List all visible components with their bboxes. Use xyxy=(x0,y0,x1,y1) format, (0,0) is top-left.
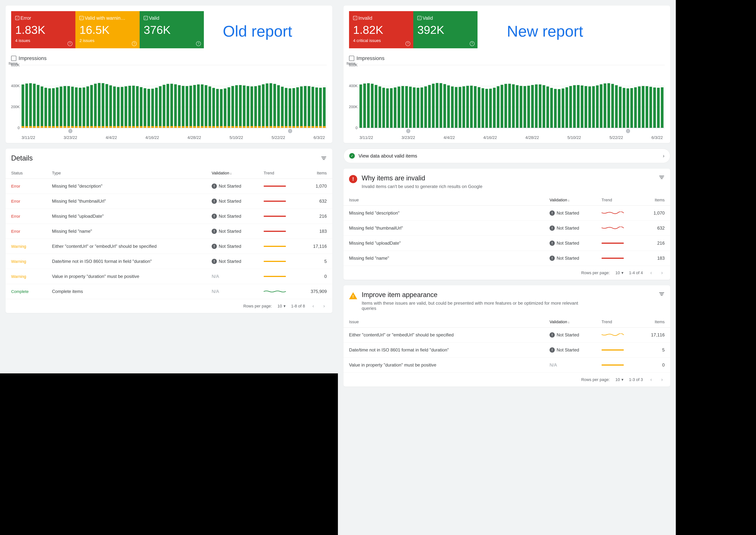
svg-rect-187 xyxy=(382,88,385,128)
svg-rect-85 xyxy=(167,126,169,128)
col-items[interactable]: Items xyxy=(640,195,670,206)
table-row[interactable]: Missing field "name" !Not Started 183 xyxy=(343,251,670,266)
view-valid-link[interactable]: ✓ View data about valid items › xyxy=(343,149,670,163)
col-trend[interactable]: Trend xyxy=(258,168,303,179)
table-row[interactable]: Missing field "thumbnailUrl" !Not Starte… xyxy=(343,221,670,236)
stat-sub: 2 issues xyxy=(79,38,136,43)
stat-card-valid[interactable]: ✓Valid 392K ? xyxy=(413,11,477,48)
svg-rect-151 xyxy=(292,126,295,128)
svg-rect-135 xyxy=(262,126,264,128)
svg-rect-132 xyxy=(258,85,261,128)
svg-rect-255 xyxy=(642,86,644,128)
svg-rect-231 xyxy=(550,88,553,128)
svg-rect-161 xyxy=(311,126,314,128)
prev-page[interactable]: ‹ xyxy=(649,376,654,383)
svg-rect-236 xyxy=(569,86,572,128)
rows-select[interactable]: 10 ▾ xyxy=(615,377,623,382)
table-row[interactable]: Missing field "description" !Not Started… xyxy=(343,206,670,221)
next-page[interactable]: › xyxy=(321,302,327,310)
svg-rect-28 xyxy=(60,87,62,128)
rows-select[interactable]: 10 ▾ xyxy=(615,270,623,275)
invalid-subtitle: Invalid items can't be used to generate … xyxy=(362,184,482,189)
svg-rect-108 xyxy=(212,88,215,128)
svg-rect-230 xyxy=(546,87,549,128)
svg-rect-193 xyxy=(405,86,408,128)
svg-rect-147 xyxy=(285,126,287,128)
table-row[interactable]: Warning Value in property "duration" mus… xyxy=(6,269,332,284)
stat-card-error[interactable]: ✓Error 1.83K 4 issues ? xyxy=(11,11,75,48)
col-status[interactable]: Status xyxy=(6,168,46,179)
svg-rect-93 xyxy=(182,126,184,128)
improve-pager: Rows per page: 10 ▾ 1-3 of 3 ‹ › xyxy=(343,373,670,386)
svg-rect-216 xyxy=(493,88,496,128)
table-row[interactable]: Date/time not in ISO 8601 format in fiel… xyxy=(343,343,670,357)
svg-text:200K: 200K xyxy=(349,104,358,109)
col-issue[interactable]: Issue xyxy=(343,317,544,327)
table-row[interactable]: Error Missing field "name" !Not Started … xyxy=(6,224,332,239)
svg-rect-29 xyxy=(60,126,62,128)
svg-rect-210 xyxy=(470,86,473,128)
stat-card-valid[interactable]: ✓Valid 376K ? xyxy=(140,11,204,48)
svg-rect-256 xyxy=(646,86,648,128)
filter-icon[interactable] xyxy=(321,155,327,161)
col-trend[interactable]: Trend xyxy=(596,195,640,206)
prev-page[interactable]: ‹ xyxy=(310,302,316,310)
table-row[interactable]: Error Missing field "thumbnailUrl" !Not … xyxy=(6,194,332,209)
col-type[interactable]: Type xyxy=(46,168,206,179)
table-row[interactable]: Error Missing field "uploadDate" !Not St… xyxy=(6,209,332,224)
svg-rect-204 xyxy=(447,85,450,128)
help-icon[interactable]: ? xyxy=(132,41,137,46)
table-row[interactable]: Warning Date/time not in ISO 8601 format… xyxy=(6,254,332,269)
svg-rect-235 xyxy=(565,87,568,128)
chevron-right-icon: › xyxy=(663,153,664,159)
col-trend[interactable]: Trend xyxy=(596,317,640,327)
col-items[interactable]: Items xyxy=(303,168,332,179)
col-issue[interactable]: Issue xyxy=(343,195,544,206)
help-icon[interactable]: ? xyxy=(470,41,474,46)
svg-rect-41 xyxy=(83,126,85,128)
filter-icon[interactable] xyxy=(659,291,665,297)
col-items[interactable]: Items xyxy=(640,317,670,327)
stat-sub: 4 issues xyxy=(15,38,71,43)
impressions-checkbox[interactable] xyxy=(11,56,16,61)
table-row[interactable]: Complete Complete items N/A 375,909 xyxy=(6,284,332,299)
table-row[interactable]: Missing field "uploadDate" !Not Started … xyxy=(343,236,670,251)
next-page[interactable]: › xyxy=(659,269,665,276)
stat-card-error[interactable]: ✓Invalid 1.82K 4 critical issues ? xyxy=(349,11,413,48)
stat-card-warn[interactable]: ✓Valid with warnin… 16.5K 2 issues ? xyxy=(75,11,140,48)
help-icon[interactable]: ? xyxy=(196,41,201,46)
table-row[interactable]: Error Missing field "description" !Not S… xyxy=(6,179,332,194)
rows-select[interactable]: 10 ▾ xyxy=(278,304,285,309)
svg-rect-64 xyxy=(128,86,131,128)
next-page[interactable]: › xyxy=(659,376,665,383)
svg-rect-199 xyxy=(428,85,431,128)
svg-rect-156 xyxy=(304,86,307,128)
col-validation[interactable]: Validation↓ xyxy=(544,195,596,206)
help-icon[interactable]: ? xyxy=(405,41,410,46)
svg-rect-39 xyxy=(79,126,81,128)
svg-rect-190 xyxy=(394,88,396,128)
impressions-checkbox[interactable] xyxy=(349,56,354,61)
col-validation[interactable]: Validation↓ xyxy=(206,168,258,179)
prev-page[interactable]: ‹ xyxy=(649,269,654,276)
svg-rect-164 xyxy=(319,88,322,128)
svg-rect-184 xyxy=(371,84,373,128)
new-chart: Items 0200K400K600K!! xyxy=(349,63,665,134)
svg-rect-65 xyxy=(128,126,131,128)
svg-rect-48 xyxy=(98,83,100,128)
table-row[interactable]: Value in property "duration" must be pos… xyxy=(343,357,670,373)
svg-rect-103 xyxy=(201,126,203,128)
svg-text:!: ! xyxy=(70,129,71,133)
svg-rect-245 xyxy=(604,83,606,128)
svg-rect-233 xyxy=(558,89,560,128)
table-row[interactable]: Either "contentUrl" or "embedUrl" should… xyxy=(343,327,670,343)
svg-rect-254 xyxy=(638,86,640,128)
help-icon[interactable]: ? xyxy=(68,41,72,46)
svg-rect-89 xyxy=(174,126,177,128)
svg-rect-12 xyxy=(29,83,32,128)
filter-icon[interactable] xyxy=(659,174,665,180)
table-row[interactable]: Warning Either "contentUrl" or "embedUrl… xyxy=(6,239,332,254)
error-icon: ! xyxy=(349,175,357,183)
col-validation[interactable]: Validation↓ xyxy=(544,317,596,327)
svg-rect-214 xyxy=(485,89,488,128)
